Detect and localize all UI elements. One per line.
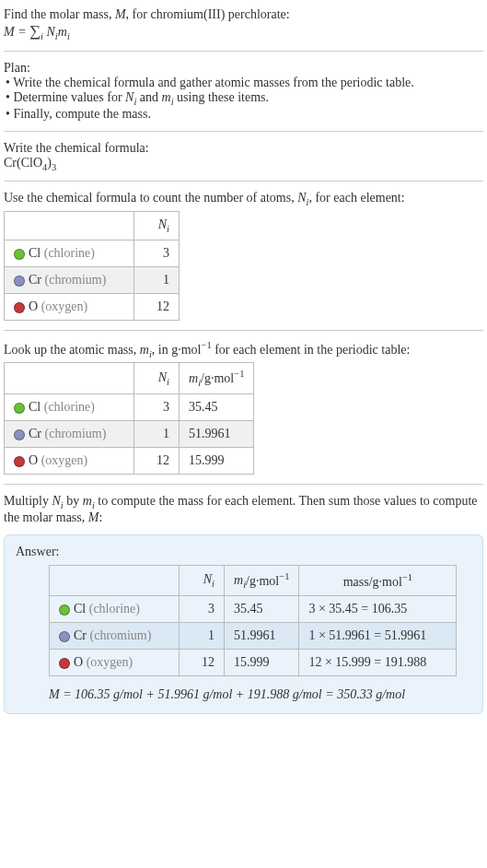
count-atoms-section: Use the chemical formula to count the nu… [4,187,483,324]
ni-value: 3 [134,240,180,266]
element-dot-icon [14,456,25,467]
mi-value: 35.45 [180,393,254,420]
answer-box: Answer: Ni mi/g·mol−1 mass/g·mol−1 Cl (c… [4,534,483,714]
count-atoms-table: Ni Cl (chlorine) 3 Cr (chromium) 1 O (ox… [4,211,180,321]
divider [4,131,483,132]
mi-value: 51.9961 [225,623,299,650]
element-symbol: Cr [74,628,87,642]
mi-value: 15.999 [180,447,254,474]
divider [4,181,483,182]
ni-value: 12 [180,650,225,676]
element-name: (chromium) [45,273,107,287]
element-dot-icon [14,249,25,260]
element-dot-icon [59,631,70,642]
element-symbol: Cr [29,273,41,287]
table-header-empty [50,565,180,595]
element-symbol: O [29,299,38,313]
element-symbol: Cl [74,602,86,616]
mi-value: 51.9961 [180,420,254,447]
element-name: (chromium) [45,427,107,440]
table-row: Cl (chlorine) 3 [5,240,180,266]
table-header-mass: mass/g·mol−1 [299,565,457,595]
element-symbol: O [74,655,83,669]
final-equation: M = 106.35 g/mol + 51.9961 g/mol + 191.9… [49,687,471,702]
mass-value: 1 × 51.9961 = 51.9961 [299,623,457,650]
element-dot-icon [14,276,25,287]
table-header-mi: mi/g·mol−1 [180,363,254,393]
chemical-formula-heading: Write the chemical formula: [4,141,483,156]
plan-item: • Finally, compute the mass. [6,107,483,122]
element-name: (chlorine) [44,246,95,260]
element-name: (oxygen) [87,655,133,669]
element-name: (chlorine) [44,400,95,414]
element-symbol: O [29,453,38,467]
element-name: (chlorine) [89,602,140,616]
table-row: O (oxygen) 12 [5,293,180,320]
problem-title: Find the molar mass, M, for chromium(III… [4,7,483,22]
table-header-ni: Ni [134,212,180,240]
element-name: (oxygen) [41,299,88,313]
plan-section: Plan: • Write the chemical formula and g… [4,57,483,125]
mi-value: 35.45 [225,596,299,623]
ni-value: 3 [134,393,180,420]
table-header-ni: Ni [180,565,225,595]
ni-value: 3 [180,596,225,623]
multiply-section: Multiply Ni by mi to compute the mass fo… [4,490,483,529]
chemical-formula-section: Write the chemical formula: Cr(ClO4)3 [4,137,483,176]
element-symbol: Cl [29,400,41,414]
atomic-mass-table: Ni mi/g·mol−1 Cl (chlorine) 3 35.45 Cr (… [4,362,254,474]
atomic-mass-heading: Look up the atomic mass, mi, in g·mol−1 … [4,340,483,358]
table-row: Cl (chlorine) 3 35.45 3 × 35.45 = 106.35 [50,596,457,623]
multiply-heading: Multiply Ni by mi to compute the mass fo… [4,494,483,525]
plan-item: • Write the chemical formula and gather … [6,76,483,90]
ni-value: 12 [134,447,180,474]
table-header-mi: mi/g·mol−1 [225,565,299,595]
element-symbol: Cr [29,427,41,440]
mass-value: 3 × 35.45 = 106.35 [299,596,457,623]
chemical-formula-value: Cr(ClO4)3 [4,156,483,172]
divider [4,330,483,331]
table-row: O (oxygen) 12 15.999 [5,447,254,474]
count-atoms-heading: Use the chemical formula to count the nu… [4,191,483,207]
mass-value: 12 × 15.999 = 191.988 [299,650,457,676]
table-row: Cl (chlorine) 3 35.45 [5,393,254,420]
answer-label: Answer: [16,545,471,559]
element-dot-icon [14,403,25,414]
divider [4,484,483,485]
ni-value: 1 [134,266,180,293]
table-row: O (oxygen) 12 15.999 12 × 15.999 = 191.9… [50,650,457,676]
element-dot-icon [14,302,25,313]
element-dot-icon [59,604,70,616]
element-dot-icon [14,429,25,440]
molar-mass-equation: M = ∑i Nimi [4,22,483,41]
answer-table: Ni mi/g·mol−1 mass/g·mol−1 Cl (chlorine)… [49,565,457,676]
atomic-mass-section: Look up the atomic mass, mi, in g·mol−1 … [4,336,483,478]
divider [4,51,483,52]
table-row: Cr (chromium) 1 51.9961 [5,420,254,447]
plan-heading: Plan: [4,61,483,76]
element-symbol: Cl [29,246,41,260]
element-dot-icon [59,658,70,669]
table-row: Cr (chromium) 1 51.9961 1 × 51.9961 = 51… [50,623,457,650]
ni-value: 1 [180,623,225,650]
problem-header: Find the molar mass, M, for chromium(III… [4,4,483,45]
table-header-ni: Ni [134,363,180,393]
element-name: (oxygen) [41,453,88,467]
plan-item: • Determine values for Ni and mi using t… [6,90,483,107]
mi-value: 15.999 [225,650,299,676]
ni-value: 12 [134,293,180,320]
table-header-empty [5,212,134,240]
table-row: Cr (chromium) 1 [5,266,180,293]
ni-value: 1 [134,420,180,447]
element-name: (chromium) [90,628,152,642]
table-header-empty [5,363,134,393]
